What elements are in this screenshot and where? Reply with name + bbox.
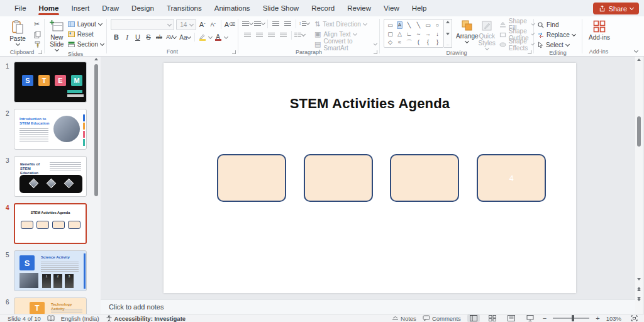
curved-connector-shape-icon[interactable]: ～ <box>416 31 421 37</box>
layout-button[interactable]: Layout <box>68 20 104 28</box>
thumbnail-slide-2[interactable]: 2 Introduction to STEM Education <box>0 109 101 150</box>
replace-button[interactable]: Replace <box>538 31 575 39</box>
comments-toggle[interactable]: Comments <box>423 315 461 322</box>
font-dialog-launcher[interactable] <box>232 50 236 54</box>
thumbnail-slide-6[interactable]: 6 T Technology Activity <box>0 297 101 314</box>
shape-gallery[interactable]: ▭ A ╲ ╲ ▭ ○ ▢ △ ∟ ～ → ↓ ◇ ≈ ⌒ ( { <box>384 19 444 48</box>
zoom-slider-thumb[interactable] <box>572 315 574 321</box>
decrease-indent-button[interactable] <box>270 19 281 28</box>
menu-animations[interactable]: Animations <box>209 1 256 16</box>
menu-transitions[interactable]: Transitions <box>161 1 208 16</box>
spellcheck-book-icon[interactable] <box>47 315 55 321</box>
slide-sorter-view-button[interactable] <box>486 314 499 322</box>
section-button[interactable]: Section <box>68 40 104 48</box>
scroll-up-icon[interactable] <box>637 58 641 61</box>
thumbnail-scrollbar-thumb[interactable] <box>94 64 98 196</box>
text-shadow-button[interactable]: ab <box>155 32 164 42</box>
menu-view[interactable]: View <box>378 1 405 16</box>
font-color-button[interactable]: A <box>214 32 223 42</box>
arrow-line-shape-icon[interactable]: ╲ <box>417 22 420 28</box>
menu-draw[interactable]: Draw <box>96 1 125 16</box>
select-button[interactable]: Select <box>538 41 575 49</box>
underline-button[interactable]: U <box>133 32 142 42</box>
main-scrollbar-thumb[interactable] <box>637 116 641 147</box>
agenda-box-4[interactable]: 4 <box>477 154 546 202</box>
gallery-scroll-down-icon[interactable] <box>446 33 450 35</box>
justify-button[interactable] <box>278 30 289 40</box>
slide-title[interactable]: STEM Activities Agenda <box>164 96 576 112</box>
line-shape-icon[interactable]: ╲ <box>408 22 411 28</box>
arc-shape-icon[interactable]: ⌒ <box>406 39 412 45</box>
fit-to-window-button[interactable] <box>628 314 640 322</box>
zoom-level[interactable]: 103% <box>606 315 621 322</box>
convert-to-smartart-button[interactable]: ▤ Convert to SmartArt <box>314 40 377 48</box>
shape-effects-button[interactable]: Shape Effects <box>499 40 535 48</box>
rectangle2-shape-icon[interactable]: ▭ <box>425 22 431 28</box>
oval-shape-icon[interactable]: ○ <box>436 22 439 28</box>
menu-record[interactable]: Record <box>306 1 340 16</box>
font-name-combobox[interactable] <box>111 19 174 30</box>
notes-pane[interactable]: Click to add notes <box>101 299 636 314</box>
character-spacing-button[interactable]: AV <box>165 32 177 42</box>
shrink-font-button[interactable]: Aˇ <box>209 19 218 30</box>
addins-button[interactable]: Add-ins <box>586 19 613 47</box>
strikethrough-button[interactable]: S <box>144 32 153 42</box>
down-arrow-shape-icon[interactable]: ↓ <box>436 31 439 37</box>
agenda-box-3[interactable] <box>390 154 459 202</box>
align-center-button[interactable] <box>254 30 265 40</box>
menu-slide-show[interactable]: Slide Show <box>257 1 305 16</box>
scroll-down-icon[interactable] <box>637 278 641 280</box>
cut-icon[interactable]: ✂ <box>34 20 41 28</box>
menu-review[interactable]: Review <box>341 1 377 16</box>
share-button[interactable]: Share <box>593 3 639 14</box>
change-case-button[interactable]: Aa <box>179 32 191 42</box>
notes-toggle[interactable]: Notes <box>392 315 416 322</box>
left-brace-shape-icon[interactable]: { <box>427 39 429 45</box>
right-arrow-shape-icon[interactable]: → <box>425 31 431 37</box>
rounded-rect-shape-icon[interactable]: ▢ <box>387 31 393 37</box>
increase-indent-button[interactable] <box>282 19 293 28</box>
columns-button[interactable] <box>294 30 305 40</box>
zoom-out-button[interactable]: − <box>543 314 547 322</box>
thumbnail-slide-3[interactable]: 3 Benefits of STEM Education <box>0 156 101 197</box>
collapse-ribbon-chevron-icon[interactable] <box>634 48 638 53</box>
zoom-slider[interactable] <box>553 318 589 319</box>
accessibility-status[interactable]: Accessibility: Investigate <box>106 315 186 322</box>
scribble-shape-icon[interactable]: ≈ <box>398 39 401 45</box>
agenda-box-2[interactable] <box>304 154 373 202</box>
drawing-dialog-launcher[interactable] <box>528 50 531 54</box>
paste-button[interactable]: Paste <box>4 19 31 48</box>
menu-home[interactable]: Home <box>33 1 65 16</box>
elbow-connector-shape-icon[interactable]: ∟ <box>406 31 412 37</box>
main-scrollbar[interactable] <box>635 57 643 314</box>
freeform-shape-icon[interactable]: ◇ <box>388 39 392 45</box>
right-brace-shape-icon[interactable]: } <box>436 39 438 45</box>
find-button[interactable]: Find <box>538 21 575 29</box>
align-left-button[interactable] <box>242 30 253 40</box>
bullets-button[interactable] <box>242 19 253 28</box>
paragraph-dialog-launcher[interactable] <box>374 50 377 54</box>
normal-view-button[interactable] <box>467 314 480 322</box>
language-status[interactable]: English (India) <box>61 315 99 322</box>
highlight-color-button[interactable] <box>198 32 207 42</box>
gallery-more-icon[interactable] <box>446 45 450 46</box>
thumbnail-scrollbar[interactable] <box>93 57 99 314</box>
new-slide-button[interactable]: New Slide <box>48 19 65 51</box>
clear-formatting-button[interactable]: A⌫ <box>225 19 235 30</box>
menu-design[interactable]: Design <box>126 1 160 16</box>
menu-file[interactable]: File <box>9 1 32 16</box>
slide-canvas[interactable]: STEM Activities Agenda 4 <box>164 63 576 293</box>
zoom-in-button[interactable]: + <box>596 314 599 322</box>
scroll-up-icon[interactable] <box>94 58 98 60</box>
triangle-shape-icon[interactable]: △ <box>397 31 402 37</box>
arrange-button[interactable]: Arrange <box>456 19 479 50</box>
font-size-combobox[interactable]: 14 <box>176 19 196 30</box>
grow-font-button[interactable]: Aˆ <box>198 19 207 30</box>
curve-shape-icon[interactable]: ( <box>418 39 419 45</box>
menu-insert[interactable]: Insert <box>65 1 95 16</box>
slideshow-view-button[interactable] <box>524 314 536 322</box>
thumbnail-slide-4[interactable]: 4 STEM Activities Agenda <box>0 203 101 244</box>
line-spacing-button[interactable]: ↕ <box>299 19 309 28</box>
bold-button[interactable]: B <box>112 32 121 42</box>
numbering-button[interactable] <box>254 19 265 28</box>
